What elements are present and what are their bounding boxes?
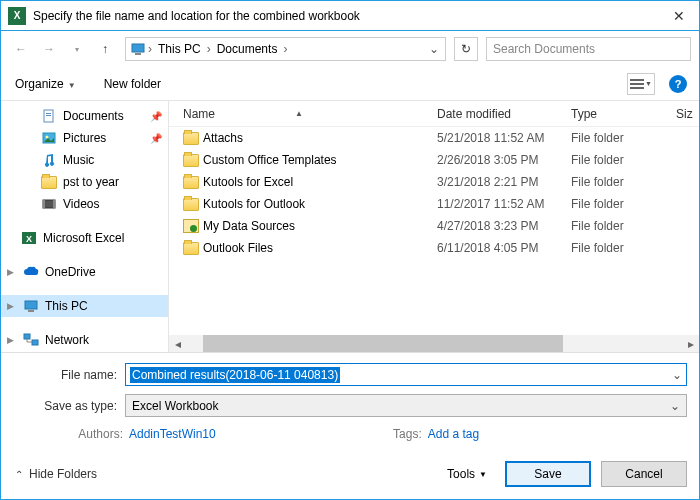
- organize-menu[interactable]: Organize▼: [15, 77, 76, 91]
- svg-rect-2: [630, 79, 644, 81]
- file-row[interactable]: Attachs5/21/2018 11:52 AMFile folder: [169, 127, 699, 149]
- sidebar-item-pictures[interactable]: Pictures 📌: [1, 127, 168, 149]
- sidebar-item-documents[interactable]: Documents 📌: [1, 105, 168, 127]
- titlebar: X Specify the file name and location for…: [1, 1, 699, 31]
- file-type: File folder: [571, 219, 676, 233]
- authors-value[interactable]: AddinTestWin10: [129, 427, 216, 441]
- pictures-icon: [41, 130, 57, 146]
- file-type: File folder: [571, 241, 676, 255]
- column-headers: Name▲ Date modified Type Siz: [169, 101, 699, 127]
- tools-menu[interactable]: Tools ▼: [447, 467, 487, 481]
- file-type: File folder: [571, 197, 676, 211]
- scroll-thumb[interactable]: [203, 335, 563, 352]
- file-date: 6/11/2018 4:05 PM: [437, 241, 571, 255]
- folder-icon: [183, 198, 203, 211]
- window-title: Specify the file name and location for t…: [33, 9, 659, 23]
- scroll-left-icon[interactable]: ◂: [169, 335, 186, 352]
- cancel-button[interactable]: Cancel: [601, 461, 687, 487]
- pin-icon: 📌: [150, 111, 162, 122]
- chevron-right-icon[interactable]: ›: [205, 42, 213, 56]
- address-bar[interactable]: › This PC › Documents › ⌄: [125, 37, 446, 61]
- sidebar-item-network[interactable]: ▶ Network: [1, 329, 168, 351]
- footer: ⌃ Hide Folders Tools ▼ Save Cancel: [1, 453, 699, 499]
- expand-icon[interactable]: ▶: [7, 301, 17, 311]
- close-button[interactable]: ✕: [659, 1, 699, 30]
- chevron-right-icon[interactable]: ›: [281, 42, 289, 56]
- col-date[interactable]: Date modified: [437, 107, 571, 121]
- col-name[interactable]: Name▲: [183, 107, 437, 121]
- savetype-select[interactable]: Excel Workbook ⌄: [125, 394, 687, 417]
- svg-rect-15: [25, 301, 37, 309]
- col-size[interactable]: Siz: [676, 107, 699, 121]
- filename-input[interactable]: Combined results(2018-06-11 040813) ⌄: [125, 363, 687, 386]
- toolbar: Organize▼ New folder ▼ ?: [1, 67, 699, 101]
- svg-rect-11: [43, 200, 45, 208]
- excel-app-icon: X: [8, 7, 26, 25]
- file-row[interactable]: Outlook Files6/11/2018 4:05 PMFile folde…: [169, 237, 699, 259]
- hide-folders-button[interactable]: ⌃ Hide Folders: [15, 467, 97, 481]
- file-type: File folder: [571, 131, 676, 145]
- dropdown-icon[interactable]: ⌄: [670, 399, 680, 413]
- sidebar-item-videos[interactable]: Videos: [1, 193, 168, 215]
- h-scrollbar[interactable]: ◂ ▸: [169, 335, 699, 352]
- file-row[interactable]: Kutools for Outlook11/2/2017 11:52 AMFil…: [169, 193, 699, 215]
- file-row[interactable]: My Data Sources4/27/2018 3:23 PMFile fol…: [169, 215, 699, 237]
- sidebar-item-thispc[interactable]: ▶ This PC: [1, 295, 168, 317]
- pin-icon: 📌: [150, 133, 162, 144]
- sidebar-item-pst[interactable]: pst to year: [1, 171, 168, 193]
- search-input[interactable]: Search Documents: [486, 37, 691, 61]
- pc-icon: [130, 41, 146, 57]
- new-folder-button[interactable]: New folder: [104, 77, 161, 91]
- expand-icon[interactable]: ▶: [7, 267, 17, 277]
- crumb-documents[interactable]: Documents: [213, 42, 282, 56]
- form-area: File name: Combined results(2018-06-11 0…: [1, 352, 699, 453]
- sidebar-item-excel[interactable]: X Microsoft Excel: [1, 227, 168, 249]
- file-row[interactable]: Custom Office Templates2/26/2018 3:05 PM…: [169, 149, 699, 171]
- dropdown-icon[interactable]: ⌄: [672, 368, 682, 382]
- folder-icon: [183, 242, 203, 255]
- col-type[interactable]: Type: [571, 107, 676, 121]
- svg-rect-4: [630, 87, 644, 89]
- sidebar-item-onedrive[interactable]: ▶ OneDrive: [1, 261, 168, 283]
- file-name: Kutools for Outlook: [203, 197, 437, 211]
- chevron-right-icon[interactable]: ›: [146, 42, 154, 56]
- sidebar-item-music[interactable]: Music: [1, 149, 168, 171]
- filename-label: File name:: [13, 368, 125, 382]
- sort-asc-icon: ▲: [295, 109, 303, 118]
- folder-icon: [183, 132, 203, 145]
- chevron-up-icon: ⌃: [15, 469, 23, 480]
- file-row[interactable]: Kutools for Excel3/21/2018 2:21 PMFile f…: [169, 171, 699, 193]
- dropdown-icon: ▼: [479, 470, 487, 479]
- scroll-right-icon[interactable]: ▸: [682, 335, 699, 352]
- file-date: 5/21/2018 11:52 AM: [437, 131, 571, 145]
- expand-icon[interactable]: ▶: [7, 335, 17, 345]
- body: Documents 📌 Pictures 📌 Music pst to year…: [1, 101, 699, 352]
- save-button[interactable]: Save: [505, 461, 591, 487]
- svg-rect-12: [53, 200, 55, 208]
- svg-rect-3: [630, 83, 644, 85]
- help-button[interactable]: ?: [669, 75, 687, 93]
- file-type: File folder: [571, 153, 676, 167]
- forward-button: →: [37, 37, 61, 61]
- file-date: 2/26/2018 3:05 PM: [437, 153, 571, 167]
- address-dropdown[interactable]: ⌄: [427, 42, 441, 56]
- search-placeholder: Search Documents: [493, 42, 595, 56]
- tags-value[interactable]: Add a tag: [428, 427, 479, 441]
- filename-value: Combined results(2018-06-11 040813): [130, 367, 340, 383]
- crumb-thispc[interactable]: This PC: [154, 42, 205, 56]
- recent-dropdown[interactable]: ▾: [65, 37, 89, 61]
- file-type: File folder: [571, 175, 676, 189]
- nav-row: ← → ▾ ↑ › This PC › Documents › ⌄ ↻ Sear…: [1, 31, 699, 67]
- view-options[interactable]: ▼: [627, 73, 655, 95]
- file-date: 11/2/2017 11:52 AM: [437, 197, 571, 211]
- network-icon: [23, 332, 39, 348]
- authors-label: Authors:: [69, 427, 123, 441]
- refresh-button[interactable]: ↻: [454, 37, 478, 61]
- up-button[interactable]: ↑: [93, 37, 117, 61]
- file-name: Attachs: [203, 131, 437, 145]
- file-date: 3/21/2018 2:21 PM: [437, 175, 571, 189]
- file-list-panel: Name▲ Date modified Type Siz Attachs5/21…: [169, 101, 699, 352]
- back-button[interactable]: ←: [9, 37, 33, 61]
- savetype-value: Excel Workbook: [132, 399, 218, 413]
- svg-rect-6: [46, 113, 51, 114]
